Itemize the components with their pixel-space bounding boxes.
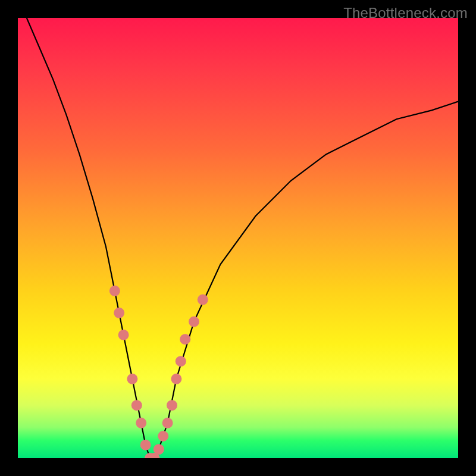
data-marker — [118, 330, 129, 340]
data-marker — [180, 334, 190, 345]
watermark-text: TheBottleneck.com — [343, 5, 468, 21]
chart-container: TheBottleneck.com — [0, 0, 476, 476]
plot-area — [18, 18, 458, 458]
data-marker — [158, 431, 168, 441]
data-marker — [131, 400, 142, 411]
data-marker — [154, 444, 164, 455]
data-marker — [136, 418, 146, 428]
data-marker — [198, 295, 208, 305]
data-marker — [140, 440, 151, 450]
data-marker — [171, 374, 181, 384]
data-marker — [189, 317, 199, 327]
markers-group — [109, 286, 208, 458]
data-marker — [176, 356, 186, 367]
data-marker — [162, 418, 173, 428]
data-marker — [127, 374, 137, 384]
data-marker — [114, 308, 124, 318]
bottleneck-curve — [27, 18, 458, 458]
data-marker — [109, 286, 120, 296]
chart-svg — [18, 18, 458, 458]
data-marker — [167, 400, 177, 411]
